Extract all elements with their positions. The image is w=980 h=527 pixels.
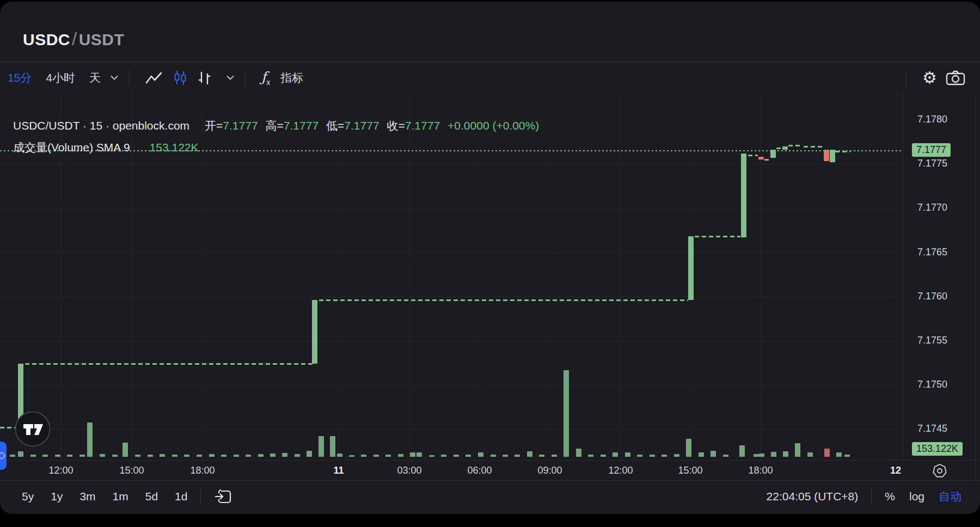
symbol-separator: / (70, 29, 79, 49)
price-step-segment (804, 146, 823, 148)
price-step-segment (788, 145, 803, 146)
camera-snapshot-icon[interactable] (945, 70, 966, 86)
range-3m-button[interactable]: 3m (79, 490, 95, 503)
log-scale-button[interactable]: log (909, 490, 924, 503)
volume-bar (87, 422, 93, 457)
volume-bar (661, 455, 667, 457)
price-axis-label: 7.1770 (917, 202, 947, 213)
volume-label[interactable]: 成交量(Volume) SMA 9 (13, 141, 130, 154)
price-gridline (0, 385, 903, 385)
volume-bar (307, 451, 312, 457)
fx-indicator-icon[interactable]: ƒx (261, 69, 270, 87)
volume-bar (723, 455, 728, 457)
indicators-button[interactable]: 指标 (280, 70, 303, 85)
volume-bar (824, 449, 830, 457)
interval-15m-button[interactable]: 15分 (8, 70, 32, 85)
auto-scale-button[interactable]: 自动 (939, 489, 961, 504)
volume-bar (221, 455, 226, 457)
volume-bar (601, 455, 606, 457)
volume-bar (625, 452, 630, 457)
diamond-icon (0, 452, 5, 459)
time-axis[interactable]: 12:0015:0018:001103:0006:0009:0012:0015:… (0, 460, 980, 481)
hlc-bars-style-icon[interactable] (198, 70, 212, 85)
clock-timezone[interactable]: 22:04:05 (UTC+8) (767, 490, 859, 503)
app-window: USDC/USDT 15分 4小时 天 ƒx (0, 2, 980, 514)
volume-bar (270, 454, 275, 457)
volume-bar (686, 439, 691, 457)
price-axis-label: 7.1760 (917, 291, 947, 302)
candle (741, 154, 746, 237)
volume-bar (42, 455, 48, 457)
price-axis-label: 7.1750 (917, 379, 947, 390)
volume-bar (527, 451, 532, 457)
axis-right-border (975, 93, 976, 480)
range-1m-button[interactable]: 1m (113, 490, 128, 503)
volume-bar (148, 455, 153, 457)
range-5y-button[interactable]: 5y (22, 490, 34, 503)
price-axis-label: 7.1765 (917, 247, 947, 258)
price-gridline (0, 341, 903, 341)
bottombar-divider (871, 488, 872, 505)
close-label: 收= (387, 119, 405, 132)
tradingview-logo[interactable] (14, 410, 51, 450)
volume-value: 153.122K (150, 141, 199, 154)
volume-bar (122, 443, 128, 457)
interval-chevron-down-icon[interactable] (111, 75, 118, 80)
toolbar-divider (245, 70, 246, 86)
price-gridline (0, 208, 903, 209)
bottom-toolbar: 5y 1y 3m 1m 5d 1d 22:04:05 (UTC+8) % log… (0, 480, 980, 512)
volume-bar (197, 455, 202, 457)
volume-bar (258, 454, 264, 457)
volume-bar (465, 455, 471, 457)
volume-bar (318, 436, 324, 457)
symbol-quote: USDT (79, 30, 125, 48)
range-1y-button[interactable]: 1y (51, 490, 63, 503)
close-value: 7.1777 (405, 119, 440, 132)
volume-bar (349, 455, 354, 457)
toolbar-divider (906, 70, 906, 86)
goto-date-icon[interactable] (214, 488, 232, 505)
candle (782, 146, 788, 150)
settings-gear-icon[interactable]: ⚙ (922, 70, 937, 86)
volume-bar (135, 455, 140, 457)
time-axis-label: 03:00 (385, 465, 434, 476)
price-step-segment (748, 155, 758, 156)
volume-bar (209, 454, 215, 457)
volume-bar (416, 452, 422, 457)
range-1d-button[interactable]: 1d (175, 490, 187, 503)
price-step-segment (319, 299, 688, 301)
line-chart-style-icon[interactable] (145, 71, 163, 84)
volume-bar (454, 455, 459, 457)
percent-scale-button[interactable]: % (885, 490, 895, 503)
volume-sma-badge: 153.122K (912, 442, 963, 456)
chart-region: USDC/USDT · 15 · openblock.com 开=7.1777 … (0, 93, 980, 461)
volume-bar (759, 454, 764, 457)
time-axis-label: 12:00 (36, 465, 85, 476)
price-axis[interactable]: 7.17807.17757.17707.17657.17607.17557.17… (903, 93, 980, 461)
timezone-settings-icon[interactable] (931, 463, 948, 481)
candles-style-icon[interactable] (173, 70, 188, 85)
volume-bar (441, 455, 446, 457)
volume-bar (10, 455, 15, 457)
volume-bar (282, 453, 287, 457)
side-panel-handle[interactable] (0, 442, 7, 470)
volume-bar (429, 455, 434, 457)
legend-symbol[interactable]: USDC/USDT · 15 · openblock.com (13, 119, 189, 132)
price-axis-label: 7.1755 (917, 335, 947, 346)
volume-bar (699, 452, 704, 457)
range-5d-button[interactable]: 5d (145, 490, 158, 503)
volume-bar (844, 455, 850, 457)
time-axis-label: 15:00 (107, 465, 156, 476)
volume-bar (234, 455, 239, 457)
interval-1d-button[interactable]: 天 (89, 70, 101, 85)
volume-bar (337, 454, 342, 457)
style-chevron-down-icon[interactable] (226, 75, 234, 80)
volume-bar (836, 452, 842, 457)
volume-bar (552, 455, 557, 457)
current-price-badge: 7.1777 (912, 143, 951, 157)
interval-4h-button[interactable]: 4小时 (46, 70, 75, 85)
volume-bar (79, 455, 85, 457)
plot-area[interactable]: USDC/USDT · 15 · openblock.com 开=7.1777 … (0, 93, 903, 461)
volume-bar (491, 455, 496, 457)
volume-bar (739, 445, 745, 457)
